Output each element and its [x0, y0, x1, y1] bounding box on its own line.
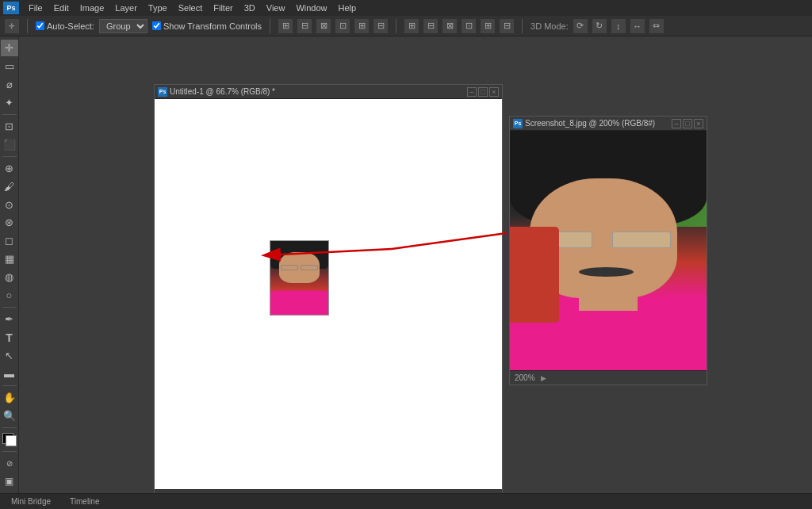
zoom-doc-ps-icon: Ps — [513, 119, 523, 128]
menu-3d[interactable]: 3D — [239, 2, 260, 14]
zoom-doc-close[interactable]: × — [694, 119, 703, 128]
crop-btn[interactable]: ⊡ — [1, 118, 18, 135]
tool-separator-5 — [2, 427, 17, 428]
main-document-window: Ps Untitled-1 @ 66.7% (RGB/8) * – □ × — [154, 84, 503, 493]
menu-edit[interactable]: Edit — [49, 2, 74, 14]
tool-separator-2 — [2, 156, 17, 157]
menu-filter[interactable]: Filter — [209, 2, 237, 14]
shape-btn[interactable]: ▬ — [1, 365, 18, 382]
zoom-doc-minimize[interactable]: – — [672, 119, 681, 128]
move-tool-btn[interactable]: ✛ — [1, 40, 18, 56]
3d-scale-icon[interactable]: ⇔ — [649, 19, 664, 33]
separator-1 — [27, 19, 28, 33]
zoom-doc-title: Screenshot_8.jpg @ 200% (RGB/8#) — [525, 119, 655, 128]
gradient-btn[interactable]: ▦ — [1, 251, 18, 267]
main-doc-ps-icon: Ps — [158, 87, 167, 97]
status-nav-left[interactable]: ◀ — [159, 493, 167, 494]
menu-help[interactable]: Help — [334, 2, 362, 14]
mini-bridge-tab[interactable]: Mini Bridge — [6, 496, 56, 507]
move-tool-icon: ✛ — [5, 19, 19, 33]
zoom-doc-canvas[interactable] — [510, 131, 707, 370]
dist-bottom-icon[interactable]: ⊟ — [500, 19, 514, 33]
dist-middle-icon[interactable]: ⊞ — [481, 19, 495, 33]
eyedropper-btn[interactable]: ⬛ — [1, 136, 18, 153]
align-bottom-icon[interactable]: ⊟ — [373, 19, 388, 33]
align-right-icon[interactable]: ⊠ — [316, 19, 331, 33]
background-color[interactable] — [6, 435, 17, 446]
status-nav-right[interactable]: ▶ — [204, 493, 212, 494]
rectangle-select-btn[interactable]: ▭ — [1, 58, 18, 75]
hand-btn[interactable]: ✋ — [1, 389, 18, 406]
left-toolbar: ✛ ▭ ⌀ ✦ ⊡ ⬛ ⊕ 🖌 ⊙ ⊛ ◻ ▦ ◍ ○ ✒ T ↖ ▬ ✋ 🔍 … — [0, 36, 19, 493]
align-left-icon[interactable]: ⊞ — [278, 19, 293, 33]
show-transform-label: Show Transform Controls — [152, 21, 262, 31]
separator-3 — [396, 19, 396, 33]
zoom-doc-maximize[interactable]: □ — [683, 119, 692, 128]
zoom-doc-window-controls: – □ × — [672, 119, 703, 128]
eraser-btn[interactable]: ◻ — [1, 232, 18, 249]
color-swatches[interactable] — [2, 433, 17, 446]
tool-separator-6 — [2, 451, 17, 452]
menu-type[interactable]: Type — [144, 2, 172, 14]
dist-center-icon[interactable]: ⊟ — [423, 19, 438, 33]
tool-separator-3 — [2, 307, 17, 308]
main-doc-minimize[interactable]: – — [467, 87, 477, 97]
zoom-nav[interactable]: ▶ — [540, 374, 548, 382]
screen-mode-btn[interactable]: ▣ — [1, 473, 18, 490]
zoom-doc-statusbar: 200% ▶ — [510, 370, 707, 385]
main-doc-titlebar: Ps Untitled-1 @ 66.7% (RGB/8) * – □ × — [155, 85, 502, 99]
zoom-document-window: Ps Screenshot_8.jpg @ 200% (RGB/8#) – □ … — [509, 116, 707, 385]
path-select-btn[interactable]: ↖ — [1, 347, 18, 364]
menu-layer[interactable]: Layer — [110, 2, 142, 14]
history-btn[interactable]: ⊛ — [1, 214, 18, 231]
main-doc-canvas[interactable] — [155, 99, 502, 489]
pen-btn[interactable]: ✒ — [1, 311, 18, 327]
zoom-percentage: 200% — [515, 373, 535, 382]
3d-slide-icon[interactable]: ↔ — [630, 19, 645, 33]
auto-select-dropdown[interactable]: Group Layer — [99, 19, 147, 33]
ps-logo: Ps — [3, 2, 19, 14]
options-bar: ✛ Auto-Select: Group Layer Show Transfor… — [0, 16, 812, 36]
lasso-btn[interactable]: ⌀ — [1, 76, 18, 93]
quick-mask-btn[interactable]: ⊘ — [1, 455, 18, 472]
main-doc-close[interactable]: × — [489, 87, 499, 97]
3d-roll-icon[interactable]: ↻ — [592, 19, 607, 33]
tool-separator-1 — [2, 114, 17, 115]
dist-top-icon[interactable]: ⊡ — [462, 19, 476, 33]
dist-left-icon[interactable]: ⊞ — [404, 19, 419, 33]
3d-pan-icon[interactable]: ↕ — [611, 19, 626, 33]
dist-right-icon[interactable]: ⊠ — [442, 19, 457, 33]
heal-btn[interactable]: ⊕ — [1, 160, 18, 177]
zoom-btn[interactable]: 🔍 — [1, 408, 18, 424]
main-doc-title-left: Ps Untitled-1 @ 66.7% (RGB/8) * — [158, 87, 275, 97]
main-zoom-level: 66.67% — [172, 492, 199, 493]
blur-btn[interactable]: ◍ — [1, 269, 18, 285]
tool-separator-4 — [2, 385, 17, 386]
dodge-btn[interactable]: ○ — [1, 287, 18, 304]
main-doc-size: Doc: 3.84M/4.01M — [216, 492, 282, 493]
main-doc-maximize[interactable]: □ — [478, 87, 488, 97]
separator-2 — [270, 19, 270, 33]
main-doc-title: Untitled-1 @ 66.7% (RGB/8) * — [170, 87, 275, 96]
thumbnail-photo — [270, 240, 329, 316]
3d-rotate-icon[interactable]: ⟳ — [573, 19, 588, 33]
align-center-icon[interactable]: ⊟ — [297, 19, 312, 33]
bottom-panel: Mini Bridge Timeline — [0, 493, 812, 509]
clone-btn[interactable]: ⊙ — [1, 197, 18, 213]
brush-btn[interactable]: 🖌 — [1, 178, 18, 195]
magic-wand-btn[interactable]: ✦ — [1, 94, 18, 111]
main-area: ✛ ▭ ⌀ ✦ ⊡ ⬛ ⊕ 🖌 ⊙ ⊛ ◻ ▦ ◍ ○ ✒ T ↖ ▬ ✋ 🔍 … — [0, 36, 812, 493]
align-middle-icon[interactable]: ⊞ — [354, 19, 369, 33]
menu-view[interactable]: View — [262, 2, 290, 14]
align-top-icon[interactable]: ⊡ — [335, 19, 350, 33]
menu-window[interactable]: Window — [291, 2, 331, 14]
timeline-tab[interactable]: Timeline — [65, 496, 104, 507]
menu-image[interactable]: Image — [75, 2, 109, 14]
menu-file[interactable]: File — [24, 2, 48, 14]
canvas-area: Ps Untitled-1 @ 66.7% (RGB/8) * – □ × — [19, 36, 812, 493]
3d-mode-label: 3D Mode: — [530, 21, 569, 31]
menu-select[interactable]: Select — [174, 2, 208, 14]
auto-select-checkbox[interactable] — [36, 21, 44, 30]
text-btn[interactable]: T — [1, 329, 18, 346]
show-transform-checkbox[interactable] — [152, 21, 161, 30]
